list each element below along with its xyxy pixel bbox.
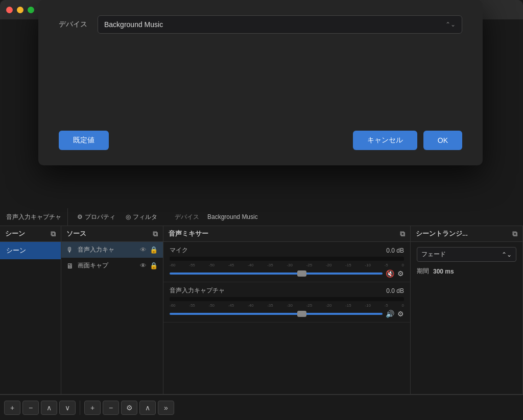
properties-label: プロパティ bbox=[85, 213, 115, 221]
device-select-value: Background Music bbox=[104, 20, 163, 29]
scenes-header-label: シーン bbox=[5, 229, 25, 238]
mixer-add-icon[interactable]: ⧉ bbox=[400, 230, 405, 238]
sources-panel: ソース ⧉ 🎙 音声入力キャ 👁 🔒 🖥 画面キャプ 👁 bbox=[61, 226, 163, 394]
close-button[interactable] bbox=[6, 7, 13, 13]
source-eye-button[interactable]: 👁 bbox=[140, 246, 147, 254]
mic-fader-row: 🔇 ⚙ bbox=[170, 269, 404, 278]
cancel-button[interactable]: キャンセル bbox=[353, 131, 417, 150]
transition-chevron-icon: ⌃⌄ bbox=[502, 251, 512, 258]
mixer-panel-header: 音声ミキサー ⧉ bbox=[163, 226, 410, 242]
maximize-button[interactable] bbox=[28, 7, 34, 13]
source-name-label: 音声入力キャプチャ bbox=[6, 213, 61, 221]
obs-main: 音声入力キャプチャ ⚙ プロパティ ◎ フィルタ デバイス Background… bbox=[0, 208, 523, 420]
mic-level-meter bbox=[170, 257, 404, 261]
device-topbar-value: Background Music bbox=[207, 213, 258, 220]
capture-level-scale: -60-55-50-45-40-35-30-25-20-15-10-50 bbox=[170, 303, 404, 308]
transitions-add-icon[interactable]: ⧉ bbox=[512, 230, 517, 238]
mic-track-name: マイク bbox=[170, 246, 188, 255]
dialog-spacer bbox=[59, 44, 462, 105]
transitions-header-label: シーントランジ... bbox=[416, 229, 468, 238]
audio-track-capture-header: 音声入力キャプチャ 0.0 dB bbox=[170, 286, 404, 295]
display-icon: 🖥 bbox=[66, 262, 74, 270]
capture-fader-knob[interactable] bbox=[297, 311, 306, 317]
mixer-panel: 音声ミキサー ⧉ マイク 0.0 dB -60-55-50-45-40-35-3… bbox=[163, 226, 411, 394]
source-display-lock-button[interactable]: 🔒 bbox=[150, 262, 158, 269]
source-item-display[interactable]: 🖥 画面キャプ 👁 🔒 bbox=[61, 258, 163, 274]
capture-track-name: 音声入力キャプチャ bbox=[170, 286, 225, 295]
source-up-button[interactable]: ∧ bbox=[139, 401, 156, 415]
source-settings-button[interactable]: ⚙ bbox=[121, 401, 137, 415]
source-audio-label: 音声入力キャ bbox=[78, 245, 114, 254]
sources-panel-content: 🎙 音声入力キャ 👁 🔒 🖥 画面キャプ 👁 🔒 bbox=[61, 242, 163, 394]
properties-dialog: デバイス Background Music ⌃⌄ 既定値 キャンセル OK bbox=[38, 0, 483, 165]
chevron-updown-icon: ⌃⌄ bbox=[445, 21, 456, 28]
source-audio-controls: 👁 🔒 bbox=[140, 246, 158, 254]
mic-gear-button[interactable]: ⚙ bbox=[397, 269, 404, 278]
transitions-content: フェード ⌃⌄ 期間 300 ms bbox=[411, 242, 522, 281]
mic-level-scale: -60-55-50-45-40-35-30-25-20-15-10-50 bbox=[170, 263, 404, 267]
audio-track-capture: 音声入力キャプチャ 0.0 dB -60-55-50-45-40-35-30-2… bbox=[163, 282, 410, 323]
gear-icon: ⚙ bbox=[77, 213, 83, 220]
filters-label: フィルタ bbox=[133, 213, 157, 221]
panels-row: シーン ⧉ シーン ソース ⧉ 🎙 音声入力キャ 👁 bbox=[0, 226, 523, 394]
scene-down-button[interactable]: ∨ bbox=[59, 401, 76, 415]
duration-row: 期間 300 ms bbox=[417, 267, 516, 276]
obs-topbar: 音声入力キャプチャ ⚙ プロパティ ◎ フィルタ デバイス Background… bbox=[0, 208, 523, 226]
traffic-lights bbox=[6, 7, 34, 13]
capture-mute-button[interactable]: 🔊 bbox=[386, 310, 394, 318]
source-display-eye-button[interactable]: 👁 bbox=[140, 262, 147, 269]
scene-remove-button[interactable]: − bbox=[22, 401, 39, 415]
capture-level-meter bbox=[170, 297, 404, 301]
sources-header-label: ソース bbox=[66, 229, 86, 238]
audio-track-mic-header: マイク 0.0 dB bbox=[170, 246, 404, 255]
transition-type-value: フェード bbox=[421, 250, 446, 259]
mic-mute-button[interactable]: 🔇 bbox=[386, 269, 394, 278]
source-add-button[interactable]: + bbox=[84, 401, 101, 415]
dialog-right-buttons: キャンセル OK bbox=[353, 131, 462, 150]
ok-button[interactable]: OK bbox=[423, 131, 462, 150]
default-button[interactable]: 既定値 bbox=[59, 131, 109, 150]
obs-properties-section: ⚙ プロパティ ◎ フィルタ デバイス Background Music bbox=[68, 208, 264, 226]
source-more-button[interactable]: » bbox=[158, 401, 174, 415]
dialog-buttons: 既定値 キャンセル OK bbox=[38, 120, 483, 165]
capture-fader[interactable] bbox=[170, 313, 383, 315]
source-remove-button[interactable]: − bbox=[103, 401, 119, 415]
duration-label: 期間 bbox=[417, 267, 429, 276]
device-row: デバイス Background Music ⌃⌄ bbox=[59, 15, 462, 34]
transition-type-select[interactable]: フェード ⌃⌄ bbox=[417, 247, 516, 262]
scenes-panel-header: シーン ⧉ bbox=[0, 226, 61, 242]
properties-button[interactable]: ⚙ プロパティ bbox=[74, 211, 118, 224]
scene-up-button[interactable]: ∧ bbox=[41, 401, 57, 415]
scene-item[interactable]: シーン bbox=[0, 242, 61, 259]
mic-fader[interactable] bbox=[170, 273, 383, 275]
mixer-panel-content: マイク 0.0 dB -60-55-50-45-40-35-30-25-20-1… bbox=[163, 242, 410, 394]
mixer-header-label: 音声ミキサー bbox=[169, 229, 208, 238]
scenes-panel: シーン ⧉ シーン bbox=[0, 226, 61, 394]
device-label: デバイス bbox=[59, 20, 87, 29]
device-select[interactable]: Background Music ⌃⌄ bbox=[98, 15, 462, 34]
obs-source-name: 音声入力キャプチャ bbox=[0, 208, 67, 226]
scenes-add-icon[interactable]: ⧉ bbox=[51, 230, 56, 238]
transitions-panel-header: シーントランジ... ⧉ bbox=[411, 226, 522, 242]
toolbar-separator-1 bbox=[80, 401, 80, 415]
minimize-button[interactable] bbox=[17, 7, 23, 13]
duration-value: 300 ms bbox=[433, 268, 454, 275]
bottom-toolbar: + − ∧ ∨ + − ⚙ ∧ » bbox=[0, 394, 523, 420]
device-topbar-label: デバイス bbox=[175, 213, 199, 221]
source-display-label: 画面キャプ bbox=[78, 261, 108, 270]
scenes-panel-content: シーン bbox=[0, 242, 61, 394]
capture-fader-row: 🔊 ⚙ bbox=[170, 310, 404, 318]
sources-add-icon[interactable]: ⧉ bbox=[153, 230, 158, 238]
transitions-panel: シーントランジ... ⧉ フェード ⌃⌄ 期間 300 ms bbox=[411, 226, 523, 394]
microphone-icon: 🎙 bbox=[66, 246, 74, 254]
filter-icon: ◎ bbox=[126, 213, 131, 220]
capture-gear-button[interactable]: ⚙ bbox=[397, 310, 404, 318]
mic-fader-knob[interactable] bbox=[297, 270, 306, 277]
scene-add-button[interactable]: + bbox=[4, 401, 20, 415]
source-display-controls: 👁 🔒 bbox=[140, 262, 158, 269]
source-lock-button[interactable]: 🔒 bbox=[150, 246, 158, 254]
source-item-audio[interactable]: 🎙 音声入力キャ 👁 🔒 bbox=[61, 242, 163, 258]
dialog-content: デバイス Background Music ⌃⌄ bbox=[38, 0, 483, 120]
audio-track-mic: マイク 0.0 dB -60-55-50-45-40-35-30-25-20-1… bbox=[163, 242, 410, 282]
filters-button[interactable]: ◎ フィルタ bbox=[123, 211, 160, 224]
